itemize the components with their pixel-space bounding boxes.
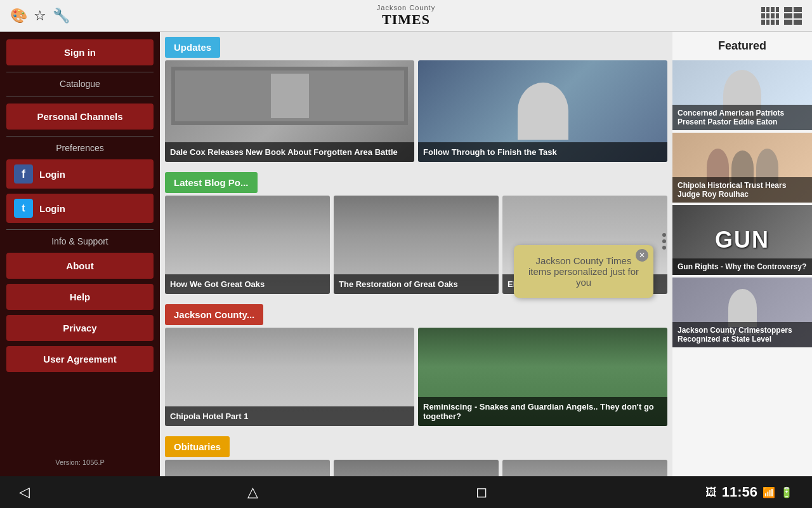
screenshot-icon: 🖼 [705, 486, 717, 499]
wifi-icon: 📶 [763, 486, 775, 498]
divider-4 [6, 229, 154, 230]
jackson-header: Jackson County... [165, 304, 263, 325]
back-button[interactable]: ◁ [19, 484, 30, 500]
card-obit2[interactable] [334, 460, 499, 476]
card-obit1-image [165, 460, 330, 476]
tooltip-close-button[interactable]: ✕ [636, 249, 648, 262]
top-bar-right-icons [761, 7, 802, 25]
personal-channels-button[interactable]: Personal Channels [6, 104, 154, 130]
personalization-tooltip: ✕ Jackson County Times items personalize… [514, 245, 653, 298]
updates-header: Updates [165, 37, 220, 58]
dot-2 [662, 239, 666, 243]
top-bar: 🎨 ☆ 🔧 Jackson County TIMES [0, 0, 812, 32]
divider-3 [6, 136, 154, 137]
list-view-icon[interactable] [784, 7, 802, 25]
privacy-button[interactable]: Privacy [6, 315, 154, 341]
card-hotel[interactable]: Chipola Hotel Part 1 [165, 328, 414, 426]
right-panel: Featured Concerned American Patriots Pre… [672, 32, 812, 476]
card-obit3-image [502, 460, 667, 476]
card-follow[interactable]: Follow Through to Finish the Task [418, 60, 667, 162]
scroll-dots [662, 233, 666, 250]
facebook-login-button[interactable]: f Login [6, 159, 154, 189]
featured-header: Featured [672, 32, 812, 60]
preferences-label: Preferences [0, 143, 160, 153]
version-label: Version: 1056.P [0, 453, 160, 471]
help-button[interactable]: Help [6, 284, 154, 310]
title-small: Jackson County [377, 4, 435, 11]
blog-header: Latest Blog Po... [165, 172, 258, 193]
card-snakes-caption: Reminiscing - Snakes and Guardian Angels… [418, 397, 667, 426]
wrench-icon[interactable]: 🔧 [53, 8, 70, 24]
card-follow-caption: Follow Through to Finish the Task [418, 142, 667, 162]
divider-2 [6, 97, 154, 97]
bottom-bar: ◁ △ ◻ 🖼 11:56 📶 🔋 [0, 476, 812, 508]
catalogue-label: Catalogue [0, 79, 160, 89]
content-area: Updates Dale Cox Releases New Book About… [160, 32, 672, 476]
grid-view-icon[interactable] [761, 7, 779, 25]
obituaries-row [160, 460, 672, 476]
card-oaks2-caption: The Restoration of Great Oaks [334, 274, 499, 294]
main-layout: Sign in Catalogue Personal Channels Pref… [0, 32, 812, 476]
featured-card-4-caption: Jackson County Crimestoppers Recognized … [672, 322, 812, 347]
card-oaks2[interactable]: The Restoration of Great Oaks [334, 196, 499, 294]
twitter-login-label: Login [39, 203, 65, 214]
featured-card-4[interactable]: Crimestoppers Jackson County Crimestoppe… [672, 277, 812, 347]
twitter-icon: t [14, 199, 33, 218]
obituaries-header: Obituaries [165, 436, 230, 457]
jackson-row: Chipola Hotel Part 1 Reminiscing - Snake… [160, 328, 672, 431]
card-obit1[interactable] [165, 460, 330, 476]
featured-card-1-caption: Concerned American Patriots Present Past… [672, 105, 812, 130]
top-bar-left-icons: 🎨 ☆ 🔧 [10, 8, 70, 24]
featured-card-2[interactable]: Chipola Historical Trust Hears Judge Roy… [672, 133, 812, 203]
facebook-login-label: Login [39, 169, 65, 180]
recents-button[interactable]: ◻ [476, 484, 487, 500]
card-oaks1-caption: How We Got Great Oaks [165, 274, 330, 294]
card-hotel-caption: Chipola Hotel Part 1 [165, 406, 414, 426]
tooltip-text: Jackson County Times items personalized … [528, 255, 639, 288]
info-support-label: Info & Support [0, 236, 160, 246]
home-button[interactable]: △ [247, 484, 258, 500]
featured-card-2-caption: Chipola Historical Trust Hears Judge Roy… [672, 177, 812, 203]
card-obit3[interactable] [502, 460, 667, 476]
card-oaks1[interactable]: How We Got Great Oaks [165, 196, 330, 294]
divider-1 [6, 72, 154, 72]
card-obit2-image [334, 460, 499, 476]
featured-card-3-caption: Gun Rights - Why the Controversy? [672, 258, 812, 275]
card-dale[interactable]: Dale Cox Releases New Book About Forgott… [165, 60, 414, 162]
about-button[interactable]: About [6, 253, 154, 279]
title-large: TIMES [377, 11, 435, 28]
dot-1 [662, 233, 666, 237]
status-bar-right: 🖼 11:56 📶 🔋 [705, 484, 793, 500]
app-title: Jackson County TIMES [377, 4, 435, 28]
card-dale-caption: Dale Cox Releases New Book About Forgott… [165, 142, 414, 162]
clock: 11:56 [722, 484, 757, 500]
facebook-icon: f [14, 164, 33, 184]
card-snakes[interactable]: Reminiscing - Snakes and Guardian Angels… [418, 328, 667, 426]
updates-row: Dale Cox Releases New Book About Forgott… [160, 60, 672, 167]
featured-card-1[interactable]: Concerned American Patriots Present Past… [672, 60, 812, 130]
user-agreement-button[interactable]: User Agreement [6, 346, 154, 372]
dot-3 [662, 246, 666, 250]
twitter-login-button[interactable]: t Login [6, 194, 154, 223]
featured-card-3[interactable]: GUN Gun Rights - Why the Controversy? [672, 205, 812, 275]
color-icon[interactable]: 🎨 [10, 8, 27, 24]
sign-in-button[interactable]: Sign in [6, 39, 154, 65]
sidebar: Sign in Catalogue Personal Channels Pref… [0, 32, 160, 476]
star-icon[interactable]: ☆ [34, 8, 46, 24]
battery-icon: 🔋 [780, 486, 793, 498]
